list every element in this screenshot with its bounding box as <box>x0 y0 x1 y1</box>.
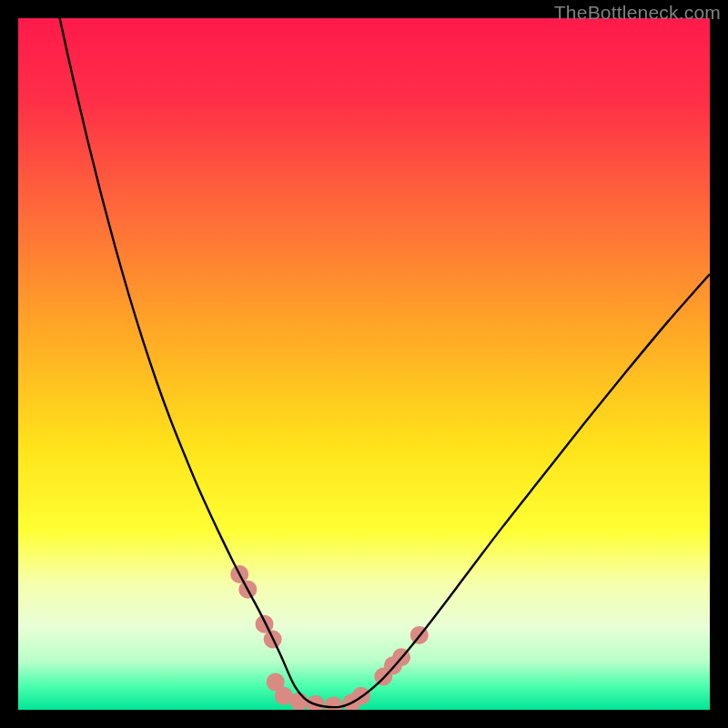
watermark-text: TheBottleneck.com <box>554 2 721 24</box>
chart-frame <box>18 18 710 710</box>
chart-background <box>18 18 710 710</box>
highlight-marker <box>290 693 308 710</box>
bottleneck-chart <box>18 18 710 710</box>
